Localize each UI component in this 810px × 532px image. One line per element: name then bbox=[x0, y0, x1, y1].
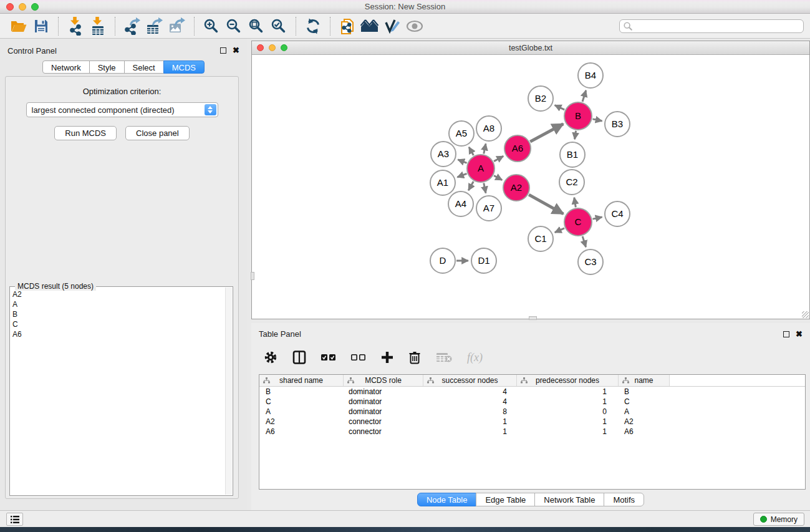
edge-A-A5[interactable] bbox=[469, 147, 473, 155]
eye-icon[interactable] bbox=[403, 16, 426, 36]
node-A1[interactable]: A1 bbox=[430, 170, 455, 195]
result-item[interactable]: C bbox=[12, 319, 230, 329]
zoom-fit-icon[interactable] bbox=[245, 16, 268, 36]
export-network-icon[interactable] bbox=[121, 16, 143, 36]
node-A[interactable]: A bbox=[467, 155, 494, 182]
tab-network-table[interactable]: Network Table bbox=[534, 493, 604, 506]
node-A7[interactable]: A7 bbox=[476, 196, 501, 221]
edge-C-C3[interactable] bbox=[582, 236, 586, 247]
edge-A-A1[interactable] bbox=[457, 173, 466, 177]
edge-C-C4[interactable] bbox=[593, 217, 602, 219]
node-B4[interactable]: B4 bbox=[578, 63, 603, 88]
network-graph[interactable]: B4B2BB3A8A5A6A3B1AA1C2A2A4A7C4CC1DD1C3 bbox=[252, 56, 809, 319]
close-panel-button[interactable]: Close panel bbox=[125, 126, 190, 140]
select-all-icon[interactable] bbox=[321, 348, 336, 367]
column-header-predecessor-nodes[interactable]: predecessor nodes bbox=[517, 375, 619, 386]
task-history-button[interactable] bbox=[6, 513, 23, 526]
float-panel-icon[interactable] bbox=[783, 331, 789, 337]
resize-handle[interactable] bbox=[802, 311, 809, 318]
trash-icon[interactable] bbox=[408, 348, 421, 367]
node-B1[interactable]: B1 bbox=[560, 142, 585, 167]
table-row[interactable]: Adominator80A bbox=[259, 407, 805, 417]
table-row[interactable]: Bdominator41B bbox=[259, 387, 805, 397]
refresh-icon[interactable] bbox=[302, 16, 324, 36]
open-file-icon[interactable] bbox=[7, 16, 30, 36]
edge-A-A2[interactable] bbox=[494, 175, 502, 180]
edge-B-B3[interactable] bbox=[593, 119, 602, 121]
node-table[interactable]: shared nameMCDS rolesuccessor nodesprede… bbox=[259, 374, 806, 490]
table-row[interactable]: A2connector11A2 bbox=[259, 417, 805, 427]
edge-C-C2[interactable] bbox=[574, 198, 576, 208]
edge-A-A7[interactable] bbox=[484, 183, 486, 193]
edge-A-A4[interactable] bbox=[468, 181, 473, 190]
result-item[interactable]: B bbox=[12, 309, 230, 319]
splitter-grip[interactable] bbox=[251, 272, 254, 280]
tab-node-table[interactable]: Node Table bbox=[417, 493, 477, 506]
node-A2[interactable]: A2 bbox=[503, 175, 529, 201]
edge-A-A8[interactable] bbox=[484, 143, 486, 153]
node-C[interactable]: C bbox=[564, 208, 592, 236]
node-C4[interactable]: C4 bbox=[605, 201, 630, 226]
edge-B-B4[interactable] bbox=[582, 90, 586, 102]
edge-A-A6[interactable] bbox=[494, 156, 503, 161]
zoom-in-icon[interactable] bbox=[200, 16, 223, 36]
table-row[interactable]: A6connector11A6 bbox=[259, 427, 805, 437]
memory-button[interactable]: Memory bbox=[753, 513, 804, 526]
column-header-name[interactable]: name bbox=[619, 375, 670, 386]
node-C3[interactable]: C3 bbox=[578, 249, 603, 274]
table-row[interactable]: Cdominator41C bbox=[259, 397, 805, 407]
check-pen-icon[interactable] bbox=[381, 16, 403, 36]
node-B[interactable]: B bbox=[564, 102, 592, 130]
edge-B-B1[interactable] bbox=[575, 131, 576, 140]
export-table-icon[interactable] bbox=[143, 16, 166, 36]
new-network-from-selection-icon[interactable] bbox=[336, 16, 359, 36]
close-panel-icon[interactable]: ✖ bbox=[796, 331, 803, 337]
tab-style[interactable]: Style bbox=[89, 60, 125, 74]
search-input[interactable] bbox=[619, 19, 804, 33]
result-item[interactable]: A bbox=[12, 299, 230, 309]
tab-motifs[interactable]: Motifs bbox=[604, 493, 644, 506]
result-scrollbar[interactable] bbox=[225, 288, 232, 495]
tab-select[interactable]: Select bbox=[124, 60, 164, 74]
run-mcds-button[interactable]: Run MCDS bbox=[54, 126, 117, 140]
close-panel-icon[interactable]: ✖ bbox=[233, 47, 239, 54]
tab-network[interactable]: Network bbox=[42, 60, 90, 74]
network-window-titlebar[interactable]: testGlobe.txt bbox=[252, 41, 809, 55]
save-session-icon[interactable] bbox=[30, 16, 52, 36]
edge-A2-C[interactable] bbox=[529, 195, 563, 214]
node-C1[interactable]: C1 bbox=[528, 226, 553, 251]
edge-C-C1[interactable] bbox=[555, 228, 564, 233]
gear-icon[interactable] bbox=[264, 348, 277, 367]
add-icon[interactable] bbox=[381, 348, 393, 367]
import-network-icon[interactable] bbox=[64, 16, 87, 36]
float-panel-icon[interactable] bbox=[220, 47, 226, 54]
tab-mcds[interactable]: MCDS bbox=[163, 60, 205, 74]
node-B3[interactable]: B3 bbox=[605, 112, 630, 137]
export-image-icon[interactable] bbox=[166, 16, 188, 36]
node-A4[interactable]: A4 bbox=[448, 191, 473, 216]
mcds-result-list[interactable]: A2ABCA6 bbox=[10, 287, 233, 342]
node-C2[interactable]: C2 bbox=[559, 170, 584, 195]
splitter-grip[interactable] bbox=[529, 316, 537, 320]
zoom-out-icon[interactable] bbox=[223, 16, 245, 36]
node-A3[interactable]: A3 bbox=[431, 142, 456, 167]
node-D1[interactable]: D1 bbox=[471, 248, 496, 273]
column-header-successor-nodes[interactable]: successor nodes bbox=[423, 375, 517, 386]
houses-icon[interactable] bbox=[359, 16, 381, 36]
zoom-selected-icon[interactable] bbox=[268, 16, 290, 36]
clear-selection-icon[interactable] bbox=[351, 348, 366, 367]
criterion-dropdown[interactable]: largest connected component (directed) bbox=[26, 102, 218, 117]
result-item[interactable]: A2 bbox=[12, 289, 230, 299]
node-A8[interactable]: A8 bbox=[476, 116, 501, 141]
node-A5[interactable]: A5 bbox=[449, 121, 474, 146]
tab-edge-table[interactable]: Edge Table bbox=[476, 493, 535, 506]
network-canvas[interactable]: B4B2BB3A8A5A6A3B1AA1C2A2A4A7C4CC1DD1C3 bbox=[252, 56, 809, 319]
edge-B-B2[interactable] bbox=[555, 105, 565, 110]
edge-A6-B[interactable] bbox=[530, 124, 563, 142]
node-D[interactable]: D bbox=[430, 248, 455, 273]
column-header-mcds-role[interactable]: MCDS role bbox=[344, 375, 423, 386]
column-header-shared-name[interactable]: shared name bbox=[259, 375, 344, 386]
node-B2[interactable]: B2 bbox=[528, 86, 553, 111]
edge-A-A3[interactable] bbox=[458, 160, 466, 163]
import-table-icon[interactable] bbox=[87, 16, 109, 36]
